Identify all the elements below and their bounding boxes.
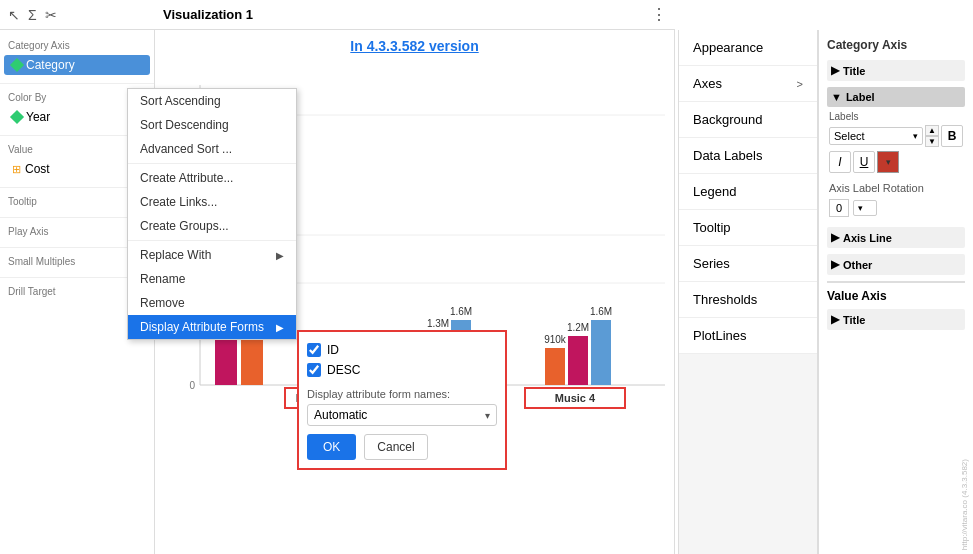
labels-subsection: Labels Select ▾ ▲ ▼ B I U ▾ [827,107,965,221]
select-dropdown-icon: ▾ [913,131,918,141]
cost-chip-text: Cost [25,162,50,176]
sort-descending-item[interactable]: Sort Descending [128,113,296,137]
category-diamond-icon [10,58,24,72]
labels-select[interactable]: Select ▾ [829,127,923,145]
up-btn[interactable]: ▲ [925,125,939,136]
create-groups-item[interactable]: Create Groups... [128,214,296,238]
italic-btn[interactable]: I [829,151,851,173]
data-labels-btn[interactable]: Data Labels [679,138,817,174]
title-section: ▶ Title [827,60,965,81]
bold-btn[interactable]: B [941,125,963,147]
category-axis-settings: Category Axis ▶ Title ▼ Label Labels Sel… [818,30,973,554]
desc-label: DESC [327,363,360,377]
desc-checkbox[interactable] [307,363,321,377]
watermark: http://vitara.co (4.3.3.582) [956,455,973,554]
scissors-icon[interactable]: ✂ [45,7,57,23]
remove-item[interactable]: Remove [128,291,296,315]
context-menu: Sort Ascending Sort Descending Advanced … [127,88,297,340]
axis-line-section: ▶ Axis Line [827,227,965,248]
labels-title: Labels [829,111,963,122]
svg-text:1.2M: 1.2M [567,322,589,333]
svg-rect-26 [591,320,611,385]
value-axis-title: Value Axis [827,289,965,303]
axes-arrow-icon: > [797,78,803,90]
form-names-label: Display attribute form names: [307,388,497,400]
rotation-row: Axis Label Rotation [829,179,963,197]
svg-text:1.6M: 1.6M [590,306,612,317]
attr-form-buttons: OK Cancel [307,434,497,460]
tooltip-btn[interactable]: Tooltip [679,210,817,246]
id-checkbox-row[interactable]: ID [307,340,497,360]
automatic-text: Automatic [314,408,485,422]
other-header[interactable]: ▶ Other [827,254,965,275]
plotlines-btn[interactable]: PlotLines [679,318,817,354]
rename-item[interactable]: Rename [128,267,296,291]
settings-panel-title: Category Axis [827,38,965,52]
automatic-dropdown[interactable]: Automatic ▾ [307,404,497,426]
color-picker[interactable]: ▾ [877,151,899,173]
create-links-item[interactable]: Create Links... [128,190,296,214]
category-chip-text: Category [26,58,75,72]
rotation-value[interactable]: 0 [829,199,849,217]
sidebar-top-bar: ↖ Σ ✂ [0,0,155,30]
legend-btn[interactable]: Legend [679,174,817,210]
id-label: ID [327,343,339,357]
title-collapse-icon: ▶ [831,64,839,77]
svg-text:0: 0 [189,380,195,391]
axis-line-header[interactable]: ▶ Axis Line [827,227,965,248]
category-chip[interactable]: Category [4,55,150,75]
appearance-btn[interactable]: Appearance [679,30,817,66]
create-attribute-item[interactable]: Create Attribute... [128,166,296,190]
sum-icon[interactable]: Σ [28,7,37,23]
background-btn[interactable]: Background [679,102,817,138]
svg-text:Music 4: Music 4 [555,392,596,404]
year-diamond-icon [10,110,24,124]
color-arrow-icon: ▾ [886,157,891,167]
visualization-title: Visualization 1 [163,7,253,22]
rotation-arrow-icon: ▾ [858,203,863,213]
advanced-sort-item[interactable]: Advanced Sort ... [128,137,296,161]
replace-with-arrow: ▶ [276,250,284,261]
replace-with-item[interactable]: Replace With ▶ [128,243,296,267]
ok-button[interactable]: OK [307,434,356,460]
value-axis-title-section: ▶ Title [827,309,965,330]
rotation-dropdown[interactable]: ▾ [853,200,877,216]
svg-text:1.3M: 1.3M [427,318,449,329]
label-section-header[interactable]: ▼ Label [827,87,965,107]
viz-options-panel: Appearance Axes > Background Data Labels… [678,30,818,554]
underline-btn[interactable]: U [853,151,875,173]
category-axis-section: Category Axis Category [0,38,154,75]
value-axis-title-icon: ▶ [831,313,839,326]
year-chip-text: Year [26,110,50,124]
other-icon: ▶ [831,258,839,271]
id-checkbox[interactable] [307,343,321,357]
three-dot-menu[interactable]: ⋮ [651,5,667,24]
axis-line-icon: ▶ [831,231,839,244]
cancel-button[interactable]: Cancel [364,434,427,460]
dropdown-arrow-icon: ▾ [485,410,490,421]
attr-forms-panel: ID DESC Display attribute form names: Au… [297,330,507,470]
select-text: Select [834,130,913,142]
table-icon: ⊞ [12,163,21,176]
sort-ascending-item[interactable]: Sort Ascending [128,89,296,113]
other-section: ▶ Other [827,254,965,275]
display-attribute-forms-item[interactable]: Display Attribute Forms ▶ [128,315,296,339]
updown-buttons: ▲ ▼ [925,125,939,147]
rotation-label: Axis Label Rotation [829,182,963,194]
text-style-row: I U ▾ [829,151,963,173]
axes-btn[interactable]: Axes > [679,66,817,102]
svg-rect-24 [568,336,588,385]
svg-text:910k: 910k [544,334,567,345]
svg-rect-22 [545,348,565,385]
chart-title: In 4.3.3.582 version [155,30,674,62]
title-section-header[interactable]: ▶ Title [827,60,965,81]
display-attribute-arrow: ▶ [276,322,284,333]
desc-checkbox-row[interactable]: DESC [307,360,497,380]
home-icon[interactable]: ↖ [8,7,20,23]
label-section: ▼ Label Labels Select ▾ ▲ ▼ B I [827,87,965,221]
value-axis-title-header[interactable]: ▶ Title [827,309,965,330]
thresholds-btn[interactable]: Thresholds [679,282,817,318]
down-btn[interactable]: ▼ [925,136,939,147]
series-btn[interactable]: Series [679,246,817,282]
svg-text:1.6M: 1.6M [450,306,472,317]
